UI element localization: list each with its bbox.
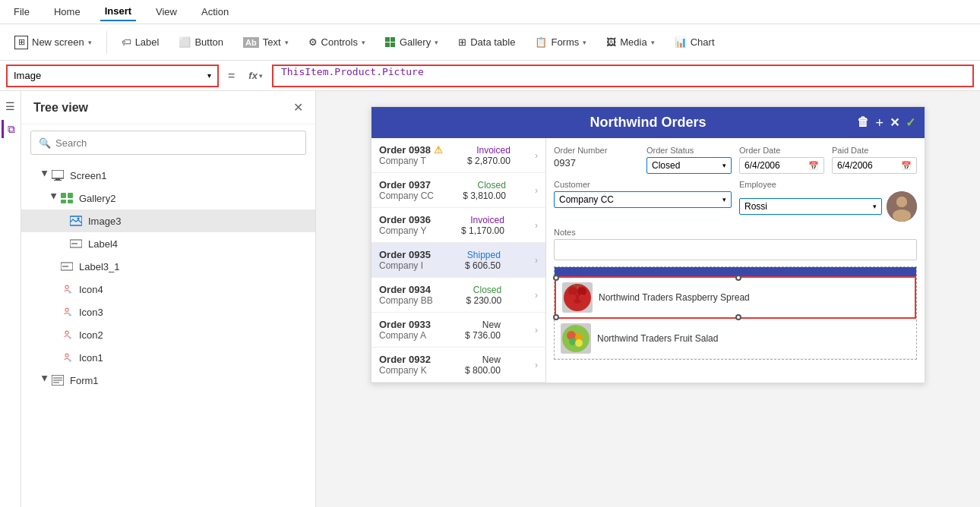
media-icon: 🖼 bbox=[606, 36, 616, 48]
app-header-icons: 🗑 + ✕ ✓ bbox=[857, 115, 915, 131]
controls-button[interactable]: ⚙ Controls ▾ bbox=[300, 33, 374, 52]
order-status-field: Order Status Closed ▾ bbox=[646, 146, 732, 174]
fx-button[interactable]: fx ▾ bbox=[244, 70, 267, 81]
controls-chevron: ▾ bbox=[362, 39, 365, 46]
handle-tm bbox=[735, 275, 741, 281]
tree-item-gallery2[interactable]: ▶ Gallery2 bbox=[21, 187, 315, 209]
app-body: Order 0938 ⚠ Company T Invoiced $ 2,870.… bbox=[371, 138, 925, 383]
button-button[interactable]: ⬜ Button bbox=[170, 33, 232, 52]
customer-select[interactable]: Company CC ▾ bbox=[554, 191, 732, 208]
delete-icon[interactable]: 🗑 bbox=[857, 115, 869, 131]
tree-item-label4[interactable]: Label4 bbox=[21, 232, 315, 255]
icon3-label: Icon3 bbox=[79, 307, 103, 318]
data-table-button[interactable]: ⊞ Data table bbox=[450, 33, 523, 52]
order-item-0933[interactable]: Order 0933 Company A New $ 736.00 › bbox=[371, 313, 545, 348]
tree-item-form1[interactable]: ▶ Form1 bbox=[21, 369, 315, 392]
menu-home[interactable]: Home bbox=[49, 3, 85, 20]
icon2-label: Icon2 bbox=[79, 329, 103, 341]
order-item-0934[interactable]: Order 0934 Company BB Closed $ 230.00 › bbox=[371, 278, 545, 313]
svg-rect-4 bbox=[68, 193, 73, 198]
product-gallery-header bbox=[555, 267, 916, 276]
order-item-0938[interactable]: Order 0938 ⚠ Company T Invoiced $ 2,870.… bbox=[371, 138, 545, 173]
formula-bar: Image ▾ = fx ▾ ThisItem.Product.Picture bbox=[0, 61, 980, 91]
svg-point-8 bbox=[77, 218, 80, 220]
product-row-fruit[interactable]: Northwind Traders Fruit Salad bbox=[555, 319, 916, 359]
paid-date-input[interactable]: 6/4/2006 📅 bbox=[832, 157, 917, 174]
button-icon: ⬜ bbox=[179, 36, 191, 48]
menu-file[interactable]: File bbox=[9, 3, 34, 20]
sidebar-menu-icon[interactable]: ☰ bbox=[2, 97, 20, 115]
element-selector[interactable]: Image ▾ bbox=[6, 65, 219, 87]
product-row-raspberry[interactable]: Northwind Traders Raspberry Spread bbox=[555, 276, 916, 319]
svg-point-22 bbox=[65, 354, 68, 357]
tree-panel: Tree view ✕ 🔍 ▶ Screen1 ▶ bbox=[21, 91, 316, 507]
image-icon bbox=[68, 213, 84, 228]
text-button[interactable]: Ab Text ▾ bbox=[235, 33, 297, 52]
app-mockup: Northwind Orders 🗑 + ✕ ✓ Order 0938 bbox=[371, 106, 925, 383]
forms-chevron: ▾ bbox=[583, 39, 586, 46]
forms-button[interactable]: 📋 Forms ▾ bbox=[526, 33, 595, 52]
handle-bm bbox=[735, 314, 741, 320]
tree-close-button[interactable]: ✕ bbox=[293, 100, 303, 115]
menu-action[interactable]: Action bbox=[197, 3, 233, 20]
search-input[interactable] bbox=[55, 137, 298, 149]
chart-button[interactable]: 📊 Chart bbox=[666, 33, 723, 52]
tree-item-icon2[interactable]: + Icon2 bbox=[21, 323, 315, 346]
svg-point-38 bbox=[579, 294, 585, 301]
menu-view[interactable]: View bbox=[151, 3, 182, 20]
label-icon bbox=[59, 259, 74, 274]
order-item-0936[interactable]: Order 0936 Company Y Invoiced $ 1,170.00… bbox=[371, 208, 545, 243]
detail-row-2: Customer Company CC ▾ Employee Rossi bbox=[554, 180, 917, 222]
order-date-input[interactable]: 6/4/2006 📅 bbox=[739, 157, 824, 174]
chevron-right-icon: › bbox=[535, 220, 538, 231]
sidebar-layers-icon[interactable]: ⧉ bbox=[2, 120, 20, 138]
tree-item-icon4[interactable]: + Icon4 bbox=[21, 278, 315, 301]
menu-bar: File Home Insert View Action bbox=[0, 0, 980, 24]
tree-header: Tree view ✕ bbox=[21, 91, 315, 124]
fx-label: fx bbox=[248, 70, 258, 81]
svg-point-16 bbox=[65, 308, 68, 311]
add-icon[interactable]: + bbox=[875, 115, 884, 131]
new-screen-button[interactable]: ⊞ New screen ▾ bbox=[6, 32, 100, 53]
new-screen-chevron: ▾ bbox=[88, 39, 92, 46]
svg-point-19 bbox=[65, 331, 68, 334]
media-chevron: ▾ bbox=[651, 39, 655, 46]
order-item-0935[interactable]: Order 0935 Company I Shipped $ 606.50 › bbox=[371, 243, 545, 278]
close-icon[interactable]: ✕ bbox=[890, 115, 899, 131]
svg-rect-3 bbox=[61, 193, 66, 198]
menu-insert[interactable]: Insert bbox=[100, 2, 136, 21]
tree-item-screen1[interactable]: ▶ Screen1 bbox=[21, 164, 315, 187]
text-icon: Ab bbox=[243, 37, 259, 48]
product-img-fruit bbox=[561, 323, 591, 354]
media-button[interactable]: 🖼 Media ▾ bbox=[598, 33, 662, 52]
employee-select[interactable]: Rossi ▾ bbox=[739, 198, 882, 215]
order-status-select[interactable]: Closed ▾ bbox=[646, 157, 732, 174]
formula-input[interactable]: ThisItem.Product.Picture bbox=[272, 65, 974, 87]
tree-item-icon3[interactable]: + Icon3 bbox=[21, 301, 315, 323]
text-chevron: ▾ bbox=[285, 39, 289, 46]
sidebar-icons: ☰ ⧉ bbox=[0, 91, 21, 507]
product-img-raspberry bbox=[562, 282, 593, 313]
gallery-chevron: ▾ bbox=[435, 39, 438, 46]
expand-icon: ▶ bbox=[41, 170, 49, 181]
icon4-icon: + bbox=[59, 282, 74, 297]
label-button[interactable]: 🏷 Label bbox=[113, 33, 168, 52]
calendar-icon: 📅 bbox=[901, 161, 912, 171]
canvas-area[interactable]: Northwind Orders 🗑 + ✕ ✓ Order 0938 bbox=[316, 91, 980, 507]
tree-item-image3[interactable]: Image3 bbox=[21, 209, 315, 232]
order-detail-panel: Order Number 0937 Order Status Closed ▾ … bbox=[546, 138, 925, 383]
svg-point-31 bbox=[893, 209, 911, 222]
order-item-0937[interactable]: Order 0937 Company CC Closed $ 3,810.00 … bbox=[371, 173, 545, 208]
employee-avatar bbox=[887, 191, 917, 222]
notes-input[interactable] bbox=[554, 239, 917, 260]
tree-item-label3_1[interactable]: Label3_1 bbox=[21, 255, 315, 278]
toolbar: ⊞ New screen ▾ 🏷 Label ⬜ Button Ab Text … bbox=[0, 24, 980, 61]
calendar-icon: 📅 bbox=[808, 161, 819, 171]
image3-label: Image3 bbox=[88, 216, 121, 227]
tree-item-icon1[interactable]: + Icon1 bbox=[21, 346, 315, 369]
gallery-button[interactable]: Gallery ▾ bbox=[377, 33, 447, 52]
order-item-0932[interactable]: Order 0932 Company K New $ 800.00 › bbox=[371, 348, 545, 383]
selector-chevron-icon: ▾ bbox=[207, 71, 211, 80]
checkmark-icon[interactable]: ✓ bbox=[906, 115, 915, 131]
gallery-icon bbox=[59, 191, 74, 206]
